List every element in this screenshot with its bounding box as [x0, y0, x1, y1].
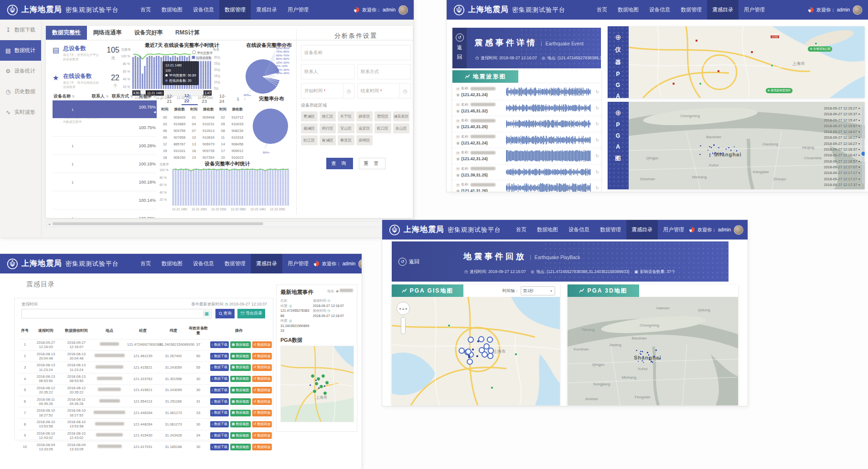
tab-2[interactable]: 设备完好率 — [128, 26, 169, 40]
nav-item-4[interactable]: 震感目录 — [251, 0, 282, 20]
timestamp-item[interactable]: 2018-09-27 12:15:37▪ — [804, 111, 860, 117]
device-row[interactable]: 1 100.08% — [53, 209, 157, 218]
timestamp-item[interactable]: 2018-09-27 12:17:07▪ — [804, 164, 860, 170]
view-data-button[interactable]: ▦ 数据视图 — [230, 341, 251, 348]
date-tab-2[interactable]: 12-23 — [199, 92, 215, 105]
map-zoom-control[interactable]: ◄▲► — [396, 302, 410, 334]
user-avatar[interactable] — [398, 5, 408, 15]
nav-item-0[interactable]: 首页 — [135, 254, 156, 273]
pga-3d-map[interactable]: HaimenQidongChongmingTaicangKunshanJiadi… — [568, 297, 738, 405]
download-data-button[interactable]: ↓ 数据下载 — [210, 376, 229, 382]
catalog-row[interactable]: 32018-08-1311:23:242018-08-1311:23:24 12… — [19, 362, 269, 373]
end-time-field[interactable]: 结束时间 *◷ — [357, 83, 411, 98]
search-button[interactable]: 查询 — [215, 309, 235, 318]
catalog-row[interactable]: 22018-08-1320:04:482018-08-1320:04:48 12… — [19, 350, 269, 362]
device-row[interactable]: 1 100.19% — [53, 155, 157, 173]
timestamp-item[interactable]: 2018-09-27 12:16:37▪ — [804, 147, 860, 153]
timestamp-item[interactable]: 2018-09-27 12:16:07▪ — [804, 129, 860, 135]
playback-data-button[interactable]: ↺ 数据回放 — [252, 387, 272, 393]
playback-data-button[interactable]: ↺ 数据回放 — [252, 421, 272, 428]
slider-knob[interactable] — [861, 151, 865, 156]
clock-icon[interactable]: ◷ — [399, 84, 410, 98]
timestamp-item[interactable]: 2018-09-27 12:16:57▪ — [804, 159, 860, 164]
playback-data-button[interactable]: ↺ 数据回放 — [252, 341, 272, 348]
catalog-row[interactable]: 92018-08-1012:43:022018-08-1012:43:02 12… — [19, 430, 269, 441]
timestamp-item[interactable]: 2018-09-27 12:17:37▪ — [804, 182, 860, 188]
refresh-icon[interactable]: ↻ — [595, 106, 599, 110]
nav-item-3[interactable]: 数据管理 — [219, 0, 251, 20]
nav-item-0[interactable]: 首页 — [591, 0, 612, 20]
nav-item-1[interactable]: 数据地图 — [156, 0, 188, 20]
device-row[interactable]: 100.14% — [53, 191, 157, 209]
download-data-button[interactable]: ↓ 数据下载 — [210, 341, 229, 348]
device-col-2[interactable]: 联系方式 ⇅ — [112, 93, 137, 99]
nav-item-4[interactable]: 震感目录 — [626, 220, 658, 240]
locale-icon[interactable] — [689, 227, 695, 232]
catalog-row[interactable]: 62018-08-1109:35:262018-08-1109:35:26 12… — [19, 396, 269, 407]
waveform-row[interactable]: ▤名称: ◉(121.42,31.24) ↻ — [452, 132, 601, 149]
catalog-row[interactable]: 12018-09-2712:16:032018-09-2712:16:07 12… — [19, 339, 269, 350]
tab-1[interactable]: 网络连通率 — [87, 26, 128, 40]
timeline-select[interactable]: 时间轴：第1秒▼ — [503, 286, 555, 295]
sidebar-item-1[interactable]: ▤数据统计 — [0, 40, 41, 61]
nav-item-2[interactable]: 设备信息 — [644, 0, 675, 20]
district-14[interactable]: 奉贤区 — [338, 135, 354, 145]
device-col-3[interactable]: 完整率 ⇅ — [137, 93, 156, 99]
sidebar-item-0[interactable]: ↧数据下载 — [0, 20, 41, 40]
district-1[interactable]: 徐汇区 — [320, 111, 336, 121]
chart-device-completeness[interactable]: 设备完整率小时统计 完整率100 %80 %60 %40 %20 % 12-21… — [160, 161, 295, 217]
catalog-row[interactable]: 82018-08-1013:53:582018-08-1013:53:58 12… — [19, 419, 269, 430]
district-7[interactable]: 闵行区 — [320, 123, 336, 133]
nav-item-0[interactable]: 首页 — [511, 220, 532, 240]
start-time-field[interactable]: 开始时间 *◷ — [301, 83, 354, 98]
waveform-row[interactable]: ▤名称: ◉(121.45,31.32) ↻ — [452, 100, 601, 117]
date-prev-icon[interactable]: ‹ — [160, 96, 163, 101]
nav-item-5[interactable]: 用户管理 — [739, 0, 770, 20]
catalog-row[interactable]: 72018-08-1016:27:522018-08-1016:27:52 12… — [19, 407, 269, 419]
view-data-button[interactable]: ▦ 数据视图 — [230, 410, 251, 416]
calendar-icon[interactable]: ▦ — [203, 310, 210, 317]
district-2[interactable]: 长宁区 — [338, 111, 354, 121]
download-data-button[interactable]: ↓ 数据下载 — [210, 364, 229, 371]
district-12[interactable]: 松江区 — [301, 135, 318, 145]
nav-item-2[interactable]: 设备信息 — [188, 0, 219, 20]
nav-item-4[interactable]: 震感目录 — [707, 0, 739, 20]
download-data-button[interactable]: ↓ 数据下载 — [210, 353, 229, 360]
export-button[interactable]: ▤ 导出目录 — [237, 309, 265, 318]
playback-data-button[interactable]: ↺ 数据回放 — [252, 410, 272, 416]
date-tab-0[interactable]: 12-21 — [164, 92, 181, 105]
horizontal-scrollbar[interactable]: ◂ — [46, 221, 411, 227]
view-data-button[interactable]: ▦ 数据视图 — [230, 364, 251, 371]
device-row[interactable]: 1 100.18% — [53, 173, 157, 191]
playback-data-button[interactable]: ↺ 数据回放 — [252, 364, 272, 371]
refresh-icon[interactable]: ↻ — [595, 121, 599, 126]
sidebar-item-4[interactable]: ∿实时波形 — [0, 102, 41, 122]
district-11[interactable]: 金山区 — [393, 123, 410, 133]
back-button[interactable]: ↺返回 — [398, 258, 419, 266]
playback-data-button[interactable]: ↺ 数据回放 — [252, 353, 272, 360]
view-data-button[interactable]: ▦ 数据视图 — [230, 432, 251, 439]
chart-legend[interactable]: 平均完整率在线设备数 — [191, 50, 214, 61]
date-tab-1[interactable]: 12-22 — [182, 92, 198, 105]
back-strip[interactable]: ↺返回 — [452, 28, 467, 68]
date-tab-4[interactable]: 1 — [234, 95, 242, 102]
timestamp-item[interactable]: 2018-09-27 12:17:17▪ — [804, 170, 860, 176]
clock-icon[interactable]: ◷ — [343, 84, 354, 98]
nav-item-3[interactable]: 数据管理 — [219, 254, 251, 273]
pga-map[interactable]: ChongmingBaoshanGaodongHeqingChuanshaSha… — [629, 102, 865, 189]
query-button[interactable]: 查 询 — [326, 158, 353, 169]
nav-item-3[interactable]: 数据管理 — [595, 220, 626, 240]
contact-field[interactable]: 联系人 — [301, 64, 354, 79]
nav-item-1[interactable]: 数据地图 — [612, 0, 644, 20]
district-9[interactable]: 嘉定区 — [356, 123, 373, 133]
waveform-row[interactable]: ▤名称: ◉(121.41,31.26) ↻ — [452, 180, 601, 192]
playback-data-button[interactable]: ↺ 数据回放 — [252, 444, 272, 450]
timestamp-item[interactable]: 2018-09-27 12:16:17▪ — [804, 135, 860, 141]
download-data-button[interactable]: ↓ 数据下载 — [210, 444, 229, 450]
download-data-button[interactable]: ↓ 数据下载 — [210, 410, 229, 416]
nav-item-0[interactable]: 首页 — [135, 0, 156, 20]
date-tab-3[interactable]: 12-24 — [216, 92, 233, 105]
waveform-row[interactable]: ▤名称: ◉(121.42,31.24) ↻ — [452, 148, 601, 164]
report-time-input[interactable]: ▦ — [21, 309, 212, 318]
district-0[interactable]: 黄浦区 — [301, 111, 318, 121]
